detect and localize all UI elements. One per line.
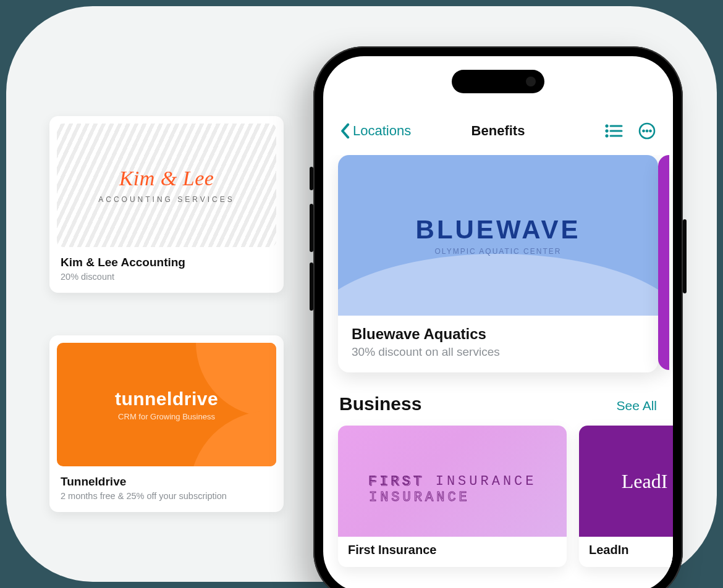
brand-logo-text: tunneldrive: [115, 388, 218, 410]
benefit-card-cover: Kim & Lee ACCOUNTING SERVICES: [57, 124, 276, 247]
brand-tagline: CRM for Growing Business: [118, 412, 215, 421]
brand-logo-text: FIRST INSURANCE: [368, 474, 536, 489]
benefit-card-title: Tunneldrive: [61, 475, 273, 489]
see-all-link[interactable]: See All: [617, 398, 657, 413]
business-cards-row[interactable]: FIRST INSURANCE First Insurance LeadI Le…: [338, 426, 658, 567]
benefit-card-title: Kim & Lee Accounting: [61, 256, 273, 269]
marketing-panel: Kim & Lee ACCOUNTING SERVICES Kim & Lee …: [6, 6, 717, 582]
power-button: [683, 219, 687, 293]
screen-title: Benefits: [471, 123, 525, 139]
brand-logo-text: Kim & Lee: [119, 167, 214, 190]
benefit-card-title: First Insurance: [348, 543, 557, 557]
svg-point-1: [606, 130, 608, 132]
ellipsis-circle-icon: [638, 122, 656, 140]
svg-point-8: [646, 130, 648, 132]
featured-benefit-cover: BLUEWAVE OLYMPIC AQUATIC CENTER: [338, 155, 658, 316]
brand-tagline: ACCOUNTING SERVICES: [98, 195, 234, 204]
brand-logo-text: BLUEWAVE: [416, 215, 581, 245]
section-heading: Business: [339, 393, 421, 414]
phone-screen: Locations Benefits: [323, 56, 673, 588]
section-header: Business See All: [339, 393, 657, 414]
volume-up-button: [310, 204, 313, 252]
benefit-card-title: LeadIn: [589, 543, 673, 557]
featured-benefit-title: Bluewave Aquatics: [352, 326, 645, 343]
screen-content[interactable]: BLUEWAVE OLYMPIC AQUATIC CENTER Bluewave…: [323, 155, 673, 588]
benefit-card-cover: tunneldrive CRM for Growing Business: [57, 343, 276, 466]
back-label: Locations: [353, 123, 411, 139]
svg-point-7: [643, 130, 645, 132]
nav-bar: Locations Benefits: [323, 117, 673, 145]
benefit-card-first-insurance[interactable]: FIRST INSURANCE First Insurance: [338, 426, 567, 567]
phone-frame: Locations Benefits: [313, 46, 683, 588]
brand-tagline: OLYMPIC AQUATIC CENTER: [435, 247, 562, 256]
volume-down-button: [310, 262, 313, 311]
benefit-card-kim-lee[interactable]: Kim & Lee ACCOUNTING SERVICES Kim & Lee …: [49, 116, 284, 293]
benefit-card-subtitle: 2 months free & 25% off your subscriptio…: [61, 491, 273, 501]
featured-benefit-card[interactable]: BLUEWAVE OLYMPIC AQUATIC CENTER Bluewave…: [338, 155, 658, 372]
next-featured-peek[interactable]: [658, 155, 669, 370]
more-button[interactable]: [637, 121, 657, 141]
list-icon: [604, 124, 623, 138]
benefit-card-cover: FIRST INSURANCE: [338, 426, 567, 537]
benefit-card-cover: LeadI: [579, 426, 673, 537]
list-view-button[interactable]: [604, 121, 624, 141]
benefit-card-tunneldrive[interactable]: tunneldrive CRM for Growing Business Tun…: [49, 335, 284, 512]
brand-logo-text: LeadI: [614, 470, 668, 493]
mute-switch: [310, 167, 313, 190]
svg-point-0: [606, 125, 608, 127]
svg-point-2: [606, 135, 608, 137]
svg-point-9: [649, 130, 652, 132]
benefit-card-leadin[interactable]: LeadI LeadIn: [579, 426, 673, 567]
chevron-left-icon: [339, 123, 350, 139]
benefit-card-subtitle: 20% discount: [61, 272, 273, 282]
back-button[interactable]: Locations: [339, 123, 411, 139]
featured-benefit-subtitle: 30% discount on all services: [352, 345, 645, 359]
dynamic-island: [452, 70, 544, 93]
